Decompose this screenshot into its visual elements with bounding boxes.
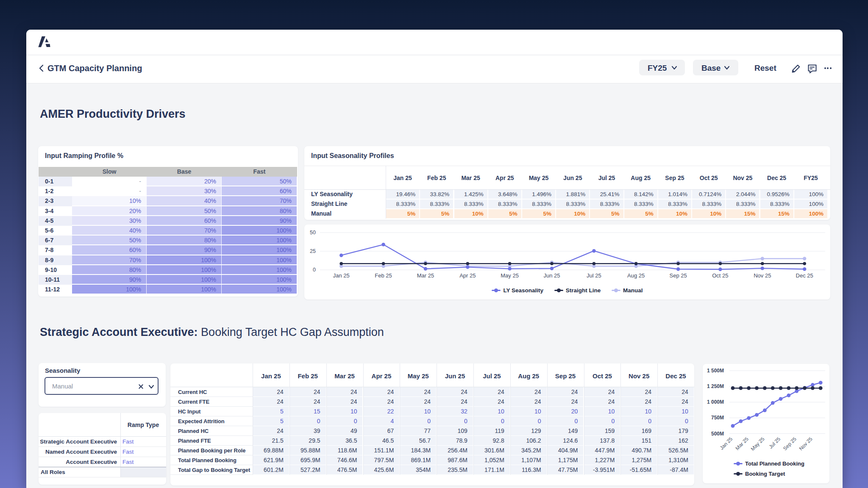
svg-text:Nov 25: Nov 25	[798, 436, 814, 452]
svg-text:Dec 25: Dec 25	[796, 272, 813, 279]
svg-text:Aug 25: Aug 25	[627, 272, 645, 279]
svg-text:1 500M: 1 500M	[707, 368, 724, 374]
svg-text:500M: 500M	[711, 431, 724, 437]
svg-text:Jan 25: Jan 25	[333, 272, 350, 279]
svg-text:Jul 25: Jul 25	[768, 436, 782, 450]
svg-text:0: 0	[313, 267, 316, 273]
svg-text:Jul 25: Jul 25	[587, 272, 601, 279]
svg-text:Feb 25: Feb 25	[375, 272, 392, 279]
svg-text:Apr 25: Apr 25	[459, 272, 476, 279]
svg-text:Mar 25: Mar 25	[734, 436, 750, 452]
svg-text:1 250M: 1 250M	[707, 383, 724, 389]
svg-text:Oct 25: Oct 25	[712, 272, 728, 279]
svg-text:25: 25	[310, 248, 316, 254]
svg-text:May 25: May 25	[501, 272, 519, 279]
svg-text:Sep 25: Sep 25	[669, 272, 687, 279]
svg-text:50: 50	[310, 230, 316, 236]
svg-text:Mar 25: Mar 25	[417, 272, 434, 279]
svg-text:Jun 25: Jun 25	[543, 272, 560, 279]
svg-text:750M: 750M	[711, 415, 724, 421]
svg-text:1 000M: 1 000M	[707, 399, 724, 405]
svg-text:Nov 25: Nov 25	[754, 272, 771, 279]
svg-text:Jan 25: Jan 25	[719, 436, 734, 451]
svg-text:May 25: May 25	[750, 436, 766, 452]
svg-text:Sep 25: Sep 25	[782, 436, 798, 452]
